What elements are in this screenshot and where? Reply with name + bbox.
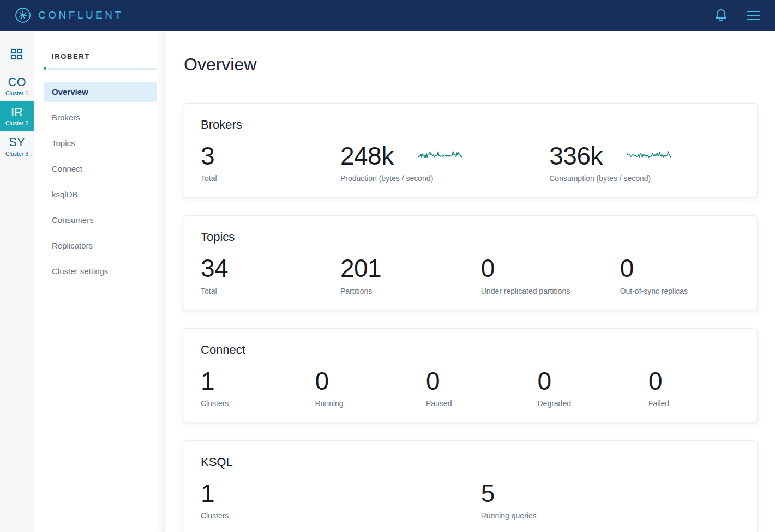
menu-button[interactable] <box>747 11 760 20</box>
cluster-label: Cluster 3 <box>0 150 34 157</box>
sidebar-item-brokers[interactable]: Brokers <box>44 107 157 128</box>
stat-top: 1 <box>201 480 481 506</box>
sidebar-nav-label: ksqlDB <box>52 190 78 199</box>
card-stats-row: 1 Clusters 5 Running queries <box>201 480 740 520</box>
stat-value: 248k <box>340 143 394 169</box>
sidebar-item-overview[interactable]: Overview <box>44 82 157 102</box>
top-navigation-bar: CONFLUENT <box>0 0 775 31</box>
cluster-health-bar <box>44 67 157 70</box>
stat: 5 Running queries <box>481 480 740 520</box>
stat-label: Failed <box>648 399 740 408</box>
stat-top: 0 <box>426 368 538 394</box>
overview-cards: Brokers 3 Total 248k Production (bytes /… <box>183 103 775 532</box>
stat-value: 201 <box>340 255 381 281</box>
card-title: Brokers <box>201 118 740 132</box>
stat: 0 Degraded <box>537 368 648 408</box>
stat: 1 Clusters <box>201 480 481 520</box>
stat-label: Consumption (bytes / second) <box>549 174 740 183</box>
sidebar-nav-label: Connect <box>52 164 82 173</box>
stat-label: Out-of-sync replicas <box>620 287 740 295</box>
health-bar-tick <box>44 67 46 70</box>
brand-name: CONFLUENT <box>38 9 124 21</box>
stat-value: 0 <box>426 368 440 394</box>
stat-label: Total <box>201 287 340 295</box>
stat-label: Partitions <box>340 287 481 295</box>
stat-top: 248k <box>340 143 549 169</box>
stat: 3 Total <box>201 143 340 183</box>
card-stats-row: 3 Total 248k Production (bytes / second)… <box>201 143 740 183</box>
stat-value: 1 <box>201 480 214 506</box>
bell-icon <box>714 8 728 22</box>
sidebar-nav-label: Brokers <box>52 113 80 122</box>
stat-label: Degraded <box>537 399 648 408</box>
sidebar-item-consumers[interactable]: Consumers <box>44 210 157 230</box>
stat: 201 Partitions <box>340 255 481 295</box>
stat: 0 Running <box>315 368 426 408</box>
app-body: CO Cluster 1 IR Cluster 2 SY Cluster 3 I… <box>0 31 775 532</box>
stat: 0 Failed <box>648 368 740 408</box>
cluster-name-heading: IROBERT <box>52 52 157 61</box>
stat-top: 0 <box>537 368 648 394</box>
health-bar-track <box>48 68 157 70</box>
stat-top: 0 <box>620 255 740 281</box>
sidebar-nav-label: Overview <box>52 87 88 96</box>
sidebar-nav-label: Topics <box>52 138 75 148</box>
stat-value: 0 <box>481 255 495 281</box>
card-stats-row: 34 Total 201 Partitions 0 Under replicat… <box>201 255 740 295</box>
stat: 1 Clusters <box>201 368 315 408</box>
sidebar-item-ksqldb[interactable]: ksqlDB <box>44 184 157 204</box>
card-ksql: KSQL 1 Clusters 5 Running queries <box>183 440 758 532</box>
cluster-rail-item-ir[interactable]: IR Cluster 2 <box>0 101 34 131</box>
cluster-rail: CO Cluster 1 IR Cluster 2 SY Cluster 3 <box>0 31 34 532</box>
cluster-rail-item-co[interactable]: CO Cluster 1 <box>0 71 34 101</box>
card-title: KSQL <box>201 455 740 469</box>
confluent-logo-icon <box>15 7 31 23</box>
stat-value: 5 <box>481 480 495 506</box>
cluster-initials: IR <box>0 106 34 119</box>
sidebar-item-connect[interactable]: Connect <box>44 159 157 179</box>
stat-value: 3 <box>201 143 214 169</box>
grid-icon[interactable] <box>11 49 23 61</box>
stat-value: 0 <box>620 255 634 281</box>
stat-value: 0 <box>648 368 662 394</box>
cluster-label: Cluster 1 <box>0 90 34 96</box>
card-title: Topics <box>201 230 740 244</box>
stat-top: 0 <box>481 255 620 281</box>
cluster-rail-item-sy[interactable]: SY Cluster 3 <box>0 131 34 161</box>
cluster-initials: SY <box>0 136 34 149</box>
stat: 0 Under replicated partitions <box>481 255 620 295</box>
card-topics: Topics 34 Total 201 Partitions 0 Under r… <box>183 215 758 310</box>
stat-value: 0 <box>315 368 328 394</box>
stat-value: 0 <box>537 368 551 394</box>
cluster-label: Cluster 2 <box>0 120 34 126</box>
sidebar-item-topics[interactable]: Topics <box>44 133 157 153</box>
sidebar-item-replicators[interactable]: Replicators <box>44 235 157 256</box>
cluster-sidebar: IROBERT Overview Brokers Topics Connect … <box>34 31 165 532</box>
stat-label: Production (bytes / second) <box>340 174 549 183</box>
stat-top: 3 <box>201 143 340 169</box>
stat: 336k Consumption (bytes / second) <box>549 143 740 183</box>
stat-top: 0 <box>315 368 426 394</box>
card-stats-row: 1 Clusters 0 Running 0 Paused 0 Degraded… <box>201 368 740 408</box>
sidebar-item-cluster-settings[interactable]: Cluster settings <box>44 261 157 281</box>
page-title: Overview <box>184 55 775 75</box>
sidebar-nav-label: Cluster settings <box>52 267 108 276</box>
stat-label: Clusters <box>201 399 315 408</box>
stat-top: 5 <box>481 480 740 506</box>
main-content: Overview Brokers 3 Total 248k Production… <box>165 31 775 532</box>
sidebar-nav: Overview Brokers Topics Connect ksqlDB C… <box>44 82 165 281</box>
stat-top: 1 <box>201 368 315 394</box>
stat-value: 1 <box>201 368 214 394</box>
stat: 248k Production (bytes / second) <box>340 143 549 183</box>
stat-label: Running queries <box>481 511 740 520</box>
cluster-list: CO Cluster 1 IR Cluster 2 SY Cluster 3 <box>0 71 34 162</box>
card-title: Connect <box>201 343 740 357</box>
card-brokers: Brokers 3 Total 248k Production (bytes /… <box>183 103 758 197</box>
notifications-button[interactable] <box>714 8 728 22</box>
confluent-brand[interactable]: CONFLUENT <box>15 7 124 23</box>
stat-label: Clusters <box>201 511 481 520</box>
card-connect: Connect 1 Clusters 0 Running 0 Paused 0 … <box>183 328 758 422</box>
stat: 0 Out-of-sync replicas <box>620 255 740 295</box>
sidebar-nav-label: Replicators <box>52 241 93 250</box>
throughput-sparkline <box>418 148 462 160</box>
